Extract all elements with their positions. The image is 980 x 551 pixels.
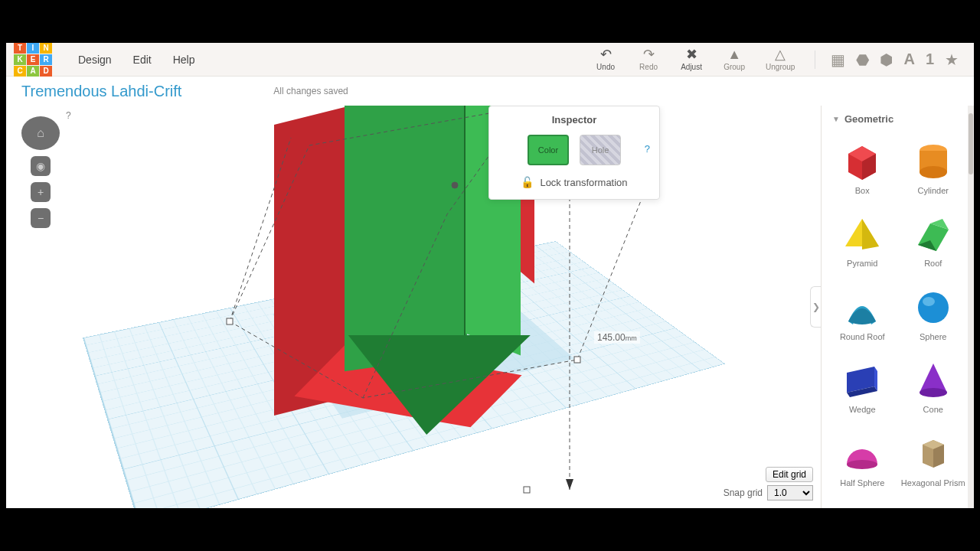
shape-label: Pyramid bbox=[847, 259, 877, 268]
shape-item-box[interactable]: Box bbox=[829, 135, 896, 208]
group-label: Group bbox=[724, 63, 745, 71]
pyramid-icon bbox=[839, 213, 885, 256]
app-window: TIN KER CAD Design Edit Help ↶ Undo ↷ Re… bbox=[6, 43, 974, 508]
grid-controls: Edit grid Snap grid 1.0 bbox=[724, 467, 813, 500]
adjust-icon: ✖ bbox=[686, 47, 697, 61]
shape-item-cone[interactable]: Cone bbox=[900, 354, 967, 427]
svg-point-27 bbox=[920, 388, 947, 397]
hex_prism-icon bbox=[910, 432, 956, 475]
ungroup-label: Ungroup bbox=[766, 63, 795, 71]
wedge-icon bbox=[839, 359, 885, 402]
svg-marker-7 bbox=[566, 479, 573, 490]
undo-icon: ↶ bbox=[600, 47, 612, 61]
workplane-icon[interactable]: ▦ bbox=[831, 51, 845, 69]
shape-label: Half Sphere bbox=[840, 478, 884, 487]
shape-item-sphere[interactable]: Sphere bbox=[900, 282, 967, 354]
snap-grid-label: Snap grid bbox=[724, 487, 763, 498]
shape-label: Roof bbox=[924, 259, 942, 268]
main-menu: Design Edit Help bbox=[67, 49, 206, 70]
shape-item-hex_prism[interactable]: Hexagonal Prism bbox=[900, 428, 967, 500]
app-header: TIN KER CAD Design Edit Help ↶ Undo ↷ Re… bbox=[6, 43, 974, 77]
tinkercad-logo[interactable]: TIN KER CAD bbox=[14, 43, 52, 77]
shape-label: Hexagonal Prism bbox=[901, 478, 965, 487]
lock-icon: 🔓 bbox=[521, 176, 534, 188]
svg-point-28 bbox=[847, 460, 877, 469]
menu-help[interactable]: Help bbox=[162, 49, 206, 70]
view-zoom-out-button[interactable]: − bbox=[31, 208, 51, 228]
sub-header: Tremendous Lahdi-Crift All changes saved bbox=[6, 77, 974, 106]
adjust-label: Adjust bbox=[681, 63, 702, 71]
shape-item-cylinder[interactable]: Cylinder bbox=[900, 135, 967, 208]
svg-point-13 bbox=[920, 166, 947, 178]
menu-edit[interactable]: Edit bbox=[122, 49, 162, 70]
shape-label: Cylinder bbox=[918, 186, 949, 195]
shape-label: Wedge bbox=[849, 405, 876, 414]
undo-button[interactable]: ↶ Undo bbox=[594, 47, 617, 71]
cube-icon[interactable]: ⬣ bbox=[856, 51, 869, 69]
panel-collapse-handle[interactable]: ❯ bbox=[810, 286, 821, 328]
3d-viewport[interactable]: ◉ + − ? bbox=[6, 106, 821, 508]
adjust-button[interactable]: ✖ Adjust bbox=[680, 47, 703, 71]
workspace: ◉ + − ? bbox=[6, 106, 974, 508]
edit-grid-button[interactable]: Edit grid bbox=[766, 467, 813, 482]
inspector-panel: Inspector Color Hole ? 🔓 Lock transforma… bbox=[488, 106, 660, 200]
shapes-grid: BoxCylinderPyramidRoofRound RoofSphereWe… bbox=[822, 132, 974, 508]
save-status: All changes saved bbox=[273, 86, 348, 96]
inspector-title: Inspector bbox=[500, 114, 648, 126]
round_roof-icon bbox=[839, 286, 885, 329]
redo-button[interactable]: ↷ Redo bbox=[637, 47, 660, 71]
view-controls: ◉ + − bbox=[21, 116, 60, 228]
group-icon: ▲ bbox=[727, 47, 741, 61]
shape-item-half_sphere[interactable]: Half Sphere bbox=[829, 428, 896, 500]
shape-item-round_roof[interactable]: Round Roof bbox=[829, 282, 896, 354]
inspector-hole-swatch[interactable]: Hole bbox=[580, 135, 621, 165]
undo-label: Undo bbox=[596, 63, 615, 71]
sphere-icon bbox=[910, 286, 956, 329]
dimension-unit: mm bbox=[626, 334, 637, 342]
header-view-icons: ▦ ⬣ ⬢ A 1 ★ bbox=[815, 51, 959, 69]
svg-point-21 bbox=[918, 292, 949, 323]
svg-rect-5 bbox=[524, 487, 530, 493]
shapes-category-header[interactable]: ▼ Geometric bbox=[822, 106, 974, 132]
menu-design[interactable]: Design bbox=[67, 49, 122, 70]
box-icon bbox=[839, 140, 885, 183]
shapes-scrollbar[interactable] bbox=[968, 106, 974, 508]
inspector-color-swatch[interactable]: Color bbox=[528, 135, 569, 165]
text-tool-icon[interactable]: A bbox=[903, 51, 914, 68]
snap-grid-select[interactable]: 1.0 bbox=[767, 485, 813, 500]
shape-item-roof[interactable]: Roof bbox=[900, 208, 967, 281]
shape-item-pyramid[interactable]: Pyramid bbox=[829, 208, 896, 281]
shapes-category-label: Geometric bbox=[844, 113, 893, 125]
svg-point-22 bbox=[923, 297, 935, 306]
ungroup-icon: △ bbox=[775, 47, 786, 61]
inspector-help-icon[interactable]: ? bbox=[645, 143, 650, 155]
number-tool-icon[interactable]: 1 bbox=[926, 51, 934, 68]
cone-icon bbox=[910, 359, 956, 402]
shape-label: Round Roof bbox=[840, 332, 885, 341]
view-zoom-in-button[interactable]: + bbox=[31, 182, 51, 202]
group-button[interactable]: ▲ Group bbox=[723, 47, 746, 71]
half_sphere-icon bbox=[839, 432, 885, 475]
redo-label: Redo bbox=[639, 63, 658, 71]
dimension-label[interactable]: 145.00mm bbox=[594, 331, 640, 344]
dimension-value: 145.00 bbox=[597, 332, 626, 343]
shape-label: Box bbox=[855, 186, 870, 195]
view-help[interactable]: ? bbox=[66, 110, 71, 121]
shape-label: Cone bbox=[923, 405, 943, 414]
lock-label: Lock transformation bbox=[540, 177, 627, 188]
view-fit-button[interactable]: ◉ bbox=[31, 156, 51, 176]
cylinder-icon bbox=[910, 140, 956, 183]
shapes-panel: ▼ Geometric BoxCylinderPyramidRoofRound … bbox=[821, 106, 974, 508]
shape-icon[interactable]: ⬢ bbox=[880, 51, 893, 69]
shape-item-wedge[interactable]: Wedge bbox=[829, 354, 896, 427]
redo-icon: ↷ bbox=[643, 47, 655, 61]
header-tools: ↶ Undo ↷ Redo ✖ Adjust ▲ Group △ Ungroup… bbox=[594, 47, 966, 71]
favorite-icon[interactable]: ★ bbox=[945, 51, 959, 69]
roof-icon bbox=[910, 213, 956, 256]
ungroup-button[interactable]: △ Ungroup bbox=[766, 47, 795, 71]
chevron-down-icon: ▼ bbox=[832, 115, 840, 123]
view-home-button[interactable] bbox=[21, 116, 60, 150]
svg-marker-15 bbox=[862, 219, 879, 249]
project-title[interactable]: Tremendous Lahdi-Crift bbox=[21, 83, 181, 100]
lock-transformation-row[interactable]: 🔓 Lock transformation bbox=[500, 176, 648, 188]
